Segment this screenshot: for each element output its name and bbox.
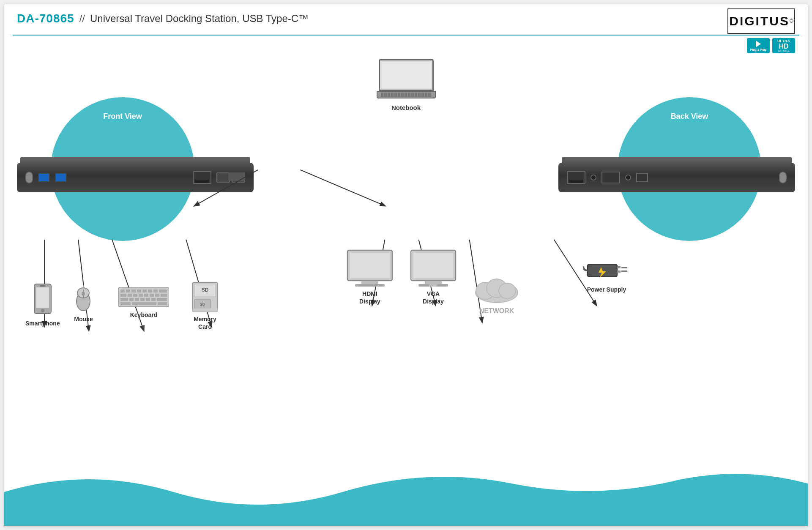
svg-rect-55 bbox=[355, 284, 385, 287]
svg-rect-23 bbox=[131, 290, 136, 292]
memory-card-label: MemoryCard bbox=[190, 315, 220, 331]
smartphone-label: Smartphone bbox=[25, 320, 60, 327]
notebook-keyboard bbox=[381, 93, 432, 97]
network-label: NETWORK bbox=[473, 307, 520, 316]
keyboard-device: Keyboard bbox=[118, 287, 169, 319]
port-usbc-front bbox=[25, 172, 33, 183]
dock-front bbox=[17, 163, 254, 205]
svg-rect-25 bbox=[142, 290, 147, 292]
svg-rect-43 bbox=[157, 298, 167, 301]
port-audio-1 bbox=[591, 175, 596, 180]
dock-back-top bbox=[562, 157, 792, 163]
svg-rect-67 bbox=[617, 270, 621, 273]
dock-back bbox=[558, 163, 795, 205]
svg-rect-34 bbox=[150, 294, 154, 297]
svg-rect-42 bbox=[151, 298, 156, 301]
svg-rect-28 bbox=[159, 290, 167, 292]
mouse-device: Mouse bbox=[74, 285, 93, 323]
svg-rect-44 bbox=[120, 302, 131, 305]
svg-rect-54 bbox=[361, 281, 378, 284]
diagram-area: Front View Back View Notebook bbox=[4, 38, 808, 526]
svg-point-18 bbox=[82, 292, 85, 296]
svg-rect-68 bbox=[621, 267, 627, 268]
port-vga bbox=[601, 172, 620, 183]
front-view-label: Front View bbox=[51, 112, 194, 121]
svg-rect-69 bbox=[621, 270, 627, 272]
separator: // bbox=[79, 13, 85, 25]
svg-rect-31 bbox=[133, 294, 137, 297]
svg-rect-53 bbox=[350, 253, 390, 278]
memory-card-device: SD SD MemoryCard bbox=[190, 279, 220, 331]
notebook-label: Notebook bbox=[379, 104, 434, 111]
port-audio-2 bbox=[625, 175, 631, 180]
dock-front-body bbox=[17, 163, 254, 192]
network-device: NETWORK bbox=[473, 275, 520, 316]
main-card: DIGITUS ® Plug & Play ULTRA HD 4K / 30 H… bbox=[4, 4, 808, 526]
port-usba-2 bbox=[55, 173, 67, 182]
notebook-screen-inner bbox=[382, 62, 431, 88]
svg-point-13 bbox=[41, 309, 44, 312]
port-usba-1 bbox=[38, 173, 50, 182]
vga-display-label: VGADisplay bbox=[410, 290, 457, 305]
keyboard-icon bbox=[118, 287, 169, 309]
notebook-base bbox=[377, 91, 436, 98]
svg-rect-40 bbox=[140, 298, 145, 301]
svg-rect-38 bbox=[129, 298, 134, 301]
back-view-label: Back View bbox=[618, 112, 761, 121]
svg-rect-32 bbox=[139, 294, 143, 297]
power-supply-label: Power Supply bbox=[583, 286, 630, 293]
svg-rect-36 bbox=[161, 294, 167, 297]
smartphone-icon bbox=[32, 283, 53, 317]
svg-rect-26 bbox=[148, 290, 152, 292]
power-supply-device: Power Supply bbox=[583, 258, 630, 293]
port-hdmi-back bbox=[567, 171, 585, 184]
header: DA-70865 // Universal Travel Docking Sta… bbox=[17, 12, 795, 25]
svg-rect-45 bbox=[132, 302, 156, 305]
header-line bbox=[13, 35, 799, 36]
port-rj45 bbox=[636, 173, 648, 182]
svg-rect-39 bbox=[135, 298, 139, 301]
svg-rect-41 bbox=[146, 298, 150, 301]
hdmi-display-device: HDMIDisplay bbox=[347, 249, 393, 305]
port-usbc-back bbox=[779, 172, 787, 183]
svg-line-2 bbox=[300, 170, 385, 206]
svg-rect-14 bbox=[40, 285, 46, 287]
power-supply-icon bbox=[583, 258, 630, 283]
notebook-screen bbox=[379, 59, 434, 91]
svg-rect-30 bbox=[128, 294, 132, 297]
svg-rect-22 bbox=[126, 290, 130, 292]
dock-back-body bbox=[558, 163, 795, 192]
svg-rect-60 bbox=[429, 281, 437, 287]
smartphone-device: Smartphone bbox=[25, 283, 60, 327]
svg-point-64 bbox=[499, 283, 516, 298]
vga-display-device: VGADisplay bbox=[410, 249, 457, 305]
svg-rect-24 bbox=[137, 290, 141, 292]
svg-rect-12 bbox=[36, 287, 49, 308]
vga-display-icon bbox=[410, 249, 457, 287]
svg-rect-0 bbox=[228, 172, 245, 181]
svg-rect-66 bbox=[617, 266, 621, 268]
svg-text:SD: SD bbox=[200, 302, 205, 306]
svg-text:SD: SD bbox=[202, 287, 209, 293]
memory-card-icon: SD SD bbox=[190, 279, 220, 313]
dock-front-top bbox=[20, 157, 250, 163]
notebook-device: Notebook bbox=[379, 59, 434, 111]
svg-rect-57 bbox=[413, 253, 453, 278]
svg-rect-21 bbox=[120, 290, 125, 292]
svg-rect-46 bbox=[158, 302, 167, 305]
product-id: DA-70865 bbox=[17, 12, 74, 25]
product-title: Universal Travel Docking Station, USB Ty… bbox=[90, 13, 309, 25]
port-hdmi-front bbox=[193, 171, 211, 184]
svg-rect-35 bbox=[155, 294, 159, 297]
hdmi-display-icon bbox=[347, 249, 393, 287]
mouse-icon bbox=[74, 285, 93, 313]
svg-rect-33 bbox=[144, 294, 148, 297]
keyboard-label: Keyboard bbox=[118, 311, 169, 319]
notebook-image bbox=[379, 59, 434, 101]
mouse-label: Mouse bbox=[74, 315, 93, 323]
svg-rect-29 bbox=[120, 294, 126, 297]
network-cloud-icon bbox=[473, 275, 520, 304]
svg-rect-27 bbox=[153, 290, 158, 292]
hdmi-display-label: HDMIDisplay bbox=[347, 290, 393, 305]
svg-rect-37 bbox=[120, 298, 128, 301]
